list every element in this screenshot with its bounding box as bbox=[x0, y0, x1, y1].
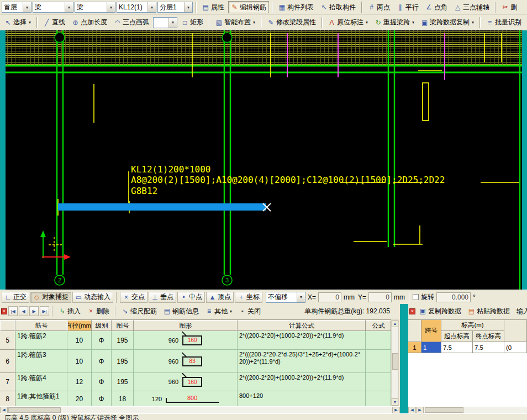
vertex-snap-button[interactable]: ▲顶点 bbox=[206, 292, 234, 303]
dynamic-input-toggle[interactable]: ▭动态输入 bbox=[72, 292, 113, 303]
end-elevation-header[interactable]: 终点标高 bbox=[473, 331, 504, 342]
scroll-right-button[interactable]: ▶ bbox=[416, 407, 424, 413]
column-header-diameter[interactable]: 直径(mm) bbox=[67, 320, 92, 331]
perpendicular-snap-button[interactable]: ⊥垂点 bbox=[149, 292, 176, 303]
formula-cell[interactable]: 2*((200-2*20)+(1000-2*20))+2*(11.9*d) bbox=[238, 373, 366, 391]
delete-axis-button[interactable]: ✂删 bbox=[499, 1, 520, 13]
shape-cell[interactable]: 960 83 bbox=[134, 350, 238, 373]
rotate-checkbox[interactable] bbox=[413, 294, 419, 300]
start-elevation-header[interactable]: 起点标高 bbox=[441, 331, 473, 342]
start-elevation-cell[interactable]: 7.5 bbox=[441, 342, 473, 353]
rectangle-button[interactable]: □矩形 bbox=[178, 17, 206, 29]
scroll-right-button[interactable]: ▶ bbox=[392, 407, 400, 413]
component-list-button[interactable]: ▦构件列表 bbox=[276, 1, 317, 13]
level-cell[interactable]: Φ bbox=[92, 373, 112, 391]
midpoint-snap-button[interactable]: •中点 bbox=[177, 292, 205, 303]
x-input[interactable]: 0 bbox=[318, 292, 341, 302]
close-span-panel-button[interactable]: × bbox=[409, 308, 415, 314]
smart-layout-button[interactable]: ▧智能布置▾ bbox=[213, 17, 258, 29]
offset-combo[interactable]: 不偏移 ▾ bbox=[266, 292, 305, 303]
end-elevation-cell[interactable]: 7.5 bbox=[473, 342, 504, 353]
two-point-axis-button[interactable]: #两点 bbox=[365, 1, 393, 13]
point-angle-axis-button[interactable]: ∠点角 bbox=[423, 1, 450, 13]
nav-first-button[interactable]: |◀ bbox=[8, 306, 18, 316]
intersection-snap-button[interactable]: ×交点 bbox=[120, 292, 147, 303]
formula2-cell[interactable] bbox=[366, 373, 391, 391]
y-input[interactable]: 0 bbox=[368, 292, 392, 302]
diameter-cell[interactable]: 10 bbox=[67, 350, 92, 373]
figure-number-cell[interactable]: 195 bbox=[112, 373, 134, 391]
floor-select[interactable]: 首层 ▾ bbox=[2, 2, 31, 13]
arc-mode-combo[interactable]: ▾ bbox=[153, 17, 177, 28]
category-select[interactable]: 梁 ▾ bbox=[33, 2, 73, 13]
scroll-thumb[interactable] bbox=[392, 353, 398, 370]
rebar-name-cell[interactable]: 1跨.其他箍筋1 bbox=[15, 391, 67, 406]
object-snap-toggle[interactable]: ◇对象捕捉 bbox=[30, 292, 71, 303]
cad-viewport[interactable]: 2 3 KL12(1)200*1000 A8@200(2)[1500];A10@… bbox=[6, 30, 522, 290]
parallel-axis-button[interactable]: ∥平行 bbox=[394, 1, 421, 13]
shape-cell[interactable]: 960 160 bbox=[134, 373, 238, 391]
close-panel-button[interactable]: × bbox=[1, 308, 7, 314]
nav-next-button[interactable]: ▶ bbox=[29, 306, 39, 316]
span-data-copy-button[interactable]: ▣梁跨数据复制▾ bbox=[418, 17, 477, 29]
line-button[interactable]: ╱直线 bbox=[40, 17, 68, 29]
column-header-level[interactable]: 级别 bbox=[92, 320, 112, 331]
formula-cell[interactable]: 2*(((200-2*20-2*d-25)/3*1+25+2*d)+(1000-… bbox=[238, 350, 366, 373]
formula2-cell[interactable] bbox=[366, 391, 391, 406]
row-number-cell[interactable]: 7 bbox=[0, 373, 15, 391]
three-point-arc-button[interactable]: ◠三点画弧 bbox=[111, 17, 152, 29]
shape-cell[interactable]: 120 800 bbox=[134, 391, 238, 406]
pick-component-button[interactable]: ↖拾取构件 bbox=[318, 1, 359, 13]
insert-row-button[interactable]: ↳插入 bbox=[56, 305, 83, 317]
properties-button[interactable]: ▤属性 bbox=[199, 1, 227, 13]
elevation-header[interactable]: 标高(m) bbox=[441, 320, 504, 331]
rebar-name-cell[interactable]: 1跨.箍筋4 bbox=[15, 373, 67, 391]
diameter-cell[interactable]: 20 bbox=[67, 391, 92, 406]
nav-last-button[interactable]: ▶| bbox=[40, 306, 49, 316]
subcategory-select[interactable]: 梁 ▾ bbox=[75, 2, 115, 13]
scroll-left-button[interactable]: ◀ bbox=[408, 407, 416, 413]
row-number-cell[interactable]: 6 bbox=[0, 350, 15, 373]
scroll-thumb[interactable] bbox=[425, 407, 463, 413]
row-number-cell[interactable]: 1 bbox=[408, 342, 421, 353]
input-current-button[interactable]: 输入当 bbox=[514, 305, 527, 317]
span-number-cell[interactable]: 1 bbox=[421, 342, 441, 353]
figure-number-cell[interactable]: 195 bbox=[112, 331, 134, 350]
figure-number-cell[interactable]: 18 bbox=[112, 391, 134, 406]
select-button[interactable]: ↖选择▾ bbox=[2, 17, 34, 29]
modify-beam-segment-button[interactable]: ✎修改梁段属性 bbox=[265, 17, 319, 29]
formula-cell[interactable]: 800+120 bbox=[238, 391, 366, 406]
batch-identify-button[interactable]: ≡批量识别 bbox=[483, 17, 524, 29]
scroll-up-button[interactable]: ▲ bbox=[392, 320, 398, 327]
copy-span-data-button[interactable]: ▣复制跨数据 bbox=[417, 305, 464, 317]
column-header-name[interactable]: 筋号 bbox=[15, 320, 67, 331]
scroll-left-button[interactable]: ◀ bbox=[0, 407, 8, 413]
scroll-thumb[interactable] bbox=[8, 407, 61, 413]
edit-rebar-button[interactable]: ✎编辑钢筋 bbox=[228, 1, 269, 13]
delete-row-button[interactable]: ×删除 bbox=[85, 305, 112, 317]
v-scrollbar[interactable]: ▲ ▼ bbox=[391, 319, 399, 406]
other-menu-button[interactable]: ≡其他▾ bbox=[203, 305, 235, 317]
formula-cell[interactable]: 2*((200-2*20)+(1000-2*20))+2*(11.9*d) bbox=[238, 331, 366, 350]
scale-rebar-button[interactable]: ↘缩尺配筋 bbox=[119, 305, 160, 317]
h-scrollbar[interactable]: ◀ ▶ bbox=[408, 406, 527, 413]
column-header-figure-no[interactable]: 图号 bbox=[112, 320, 134, 331]
column-header-formula2[interactable]: 公式 bbox=[366, 320, 391, 331]
column-header-formula[interactable]: 计算公式 bbox=[238, 320, 366, 331]
rotate-angle-input[interactable]: 0.000 bbox=[436, 292, 471, 302]
nav-prev-button[interactable]: ◀ bbox=[19, 306, 28, 316]
axis-bubble[interactable] bbox=[55, 33, 65, 43]
three-point-axis-button[interactable]: △三点辅轴 bbox=[451, 1, 492, 13]
coordinate-snap-button[interactable]: +坐标 bbox=[235, 292, 262, 303]
axis-bubble[interactable] bbox=[222, 33, 232, 43]
in-situ-annotation-button[interactable]: A原位标注▾ bbox=[325, 17, 371, 29]
shape-cell[interactable]: 960 160 bbox=[134, 331, 238, 350]
cad-canvas[interactable]: 2 3 KL12(1)200*1000 A8@200(2)[1500];A10@… bbox=[6, 30, 522, 290]
extra-cell[interactable]: (0 bbox=[504, 342, 527, 353]
ortho-toggle[interactable]: ∟正交 bbox=[2, 292, 29, 303]
diameter-cell[interactable]: 12 bbox=[67, 373, 92, 391]
level-cell[interactable]: Φ bbox=[92, 331, 112, 350]
rebar-name-cell[interactable]: 1跨.箍筋2 bbox=[15, 331, 67, 350]
row-number-cell[interactable]: 5 bbox=[0, 331, 15, 350]
scroll-down-button[interactable]: ▼ bbox=[392, 398, 398, 406]
